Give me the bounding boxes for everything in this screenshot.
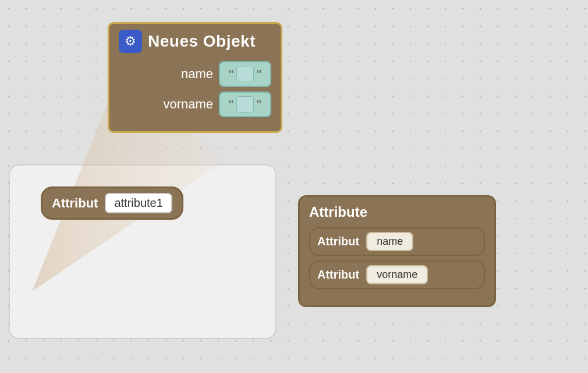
neues-objekt-header: ⚙ Neues Objekt <box>119 30 271 53</box>
sub-attribut-row-name[interactable]: Attribut name <box>309 227 485 256</box>
string-inner-vorname <box>236 96 254 112</box>
sub-attribut-row-vorname[interactable]: Attribut vorname <box>309 261 485 289</box>
field-label-name: name <box>181 66 213 82</box>
sub-value-vorname[interactable]: vorname <box>366 265 428 284</box>
string-block-vorname[interactable]: " " <box>219 92 271 117</box>
quote-left: " <box>229 68 234 81</box>
attribut-small-label: Attribut <box>52 196 98 211</box>
quote-right-2: " <box>256 98 261 111</box>
quote-right: " <box>256 68 261 81</box>
quote-left-2: " <box>229 98 234 111</box>
attribute-container-title: Attribute <box>309 204 485 220</box>
attribut-small-value[interactable]: attribute1 <box>105 193 172 213</box>
field-row-name: name " " <box>119 61 271 87</box>
sub-attribut-label-vorname: Attribut <box>317 268 359 281</box>
string-inner-name <box>236 66 254 82</box>
string-block-name[interactable]: " " <box>219 61 271 87</box>
gear-icon: ⚙ <box>119 30 142 53</box>
field-label-vorname: vorname <box>163 97 213 112</box>
sub-attribut-label-name: Attribut <box>317 235 359 248</box>
sub-value-name[interactable]: name <box>366 232 413 251</box>
neues-objekt-title: Neues Objekt <box>148 32 256 51</box>
attribute-container[interactable]: Attribute Attribut name Attribut vorname <box>298 195 496 307</box>
field-row-vorname: vorname " " <box>119 92 271 117</box>
attribut-small-block[interactable]: Attribut attribute1 <box>41 186 183 220</box>
right-attribute-group: Attribute Attribut name Attribut vorname <box>298 195 496 307</box>
neues-objekt-block[interactable]: ⚙ Neues Objekt name " " vorname " " <box>108 22 282 133</box>
